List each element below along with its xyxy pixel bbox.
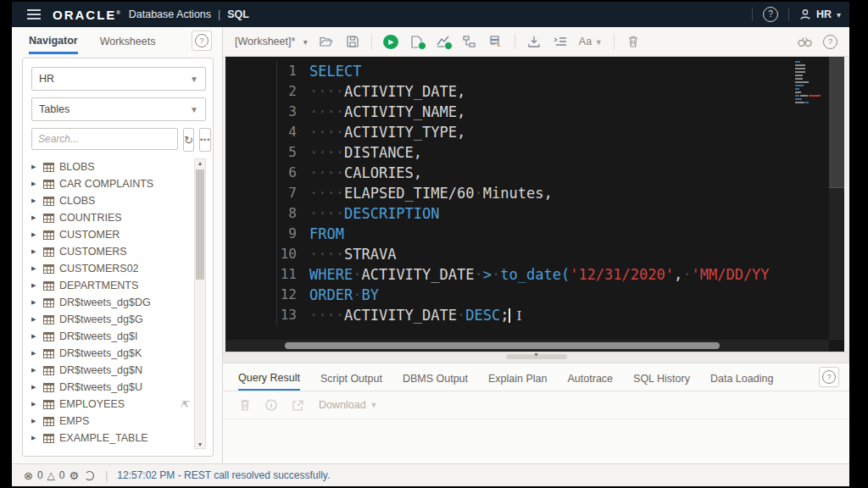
expand-arrow-icon[interactable]: ▶ xyxy=(31,180,38,187)
table-row[interactable]: ▶EMPLOYEES⇱ xyxy=(31,396,192,413)
expand-arrow-icon[interactable]: ▶ xyxy=(31,248,38,255)
tab-dbms-output[interactable]: DBMS Output xyxy=(403,365,468,390)
code-token: ···· xyxy=(309,83,344,100)
sql-editor[interactable]: 1SELECT2····ACTIVITY_DATE,3····ACTIVITY_… xyxy=(225,57,844,352)
tab-script-output[interactable]: Script Output xyxy=(320,365,382,390)
table-row[interactable]: ▶DEPARTMENTS xyxy=(31,277,192,294)
download-button[interactable] xyxy=(526,34,542,49)
scrollbar-thumb[interactable] xyxy=(285,342,720,349)
tab-query-result[interactable]: Query Result xyxy=(238,364,300,391)
expand-arrow-icon[interactable]: ▶ xyxy=(31,350,38,357)
tab-autotrace[interactable]: Autotrace xyxy=(568,365,614,390)
format-button[interactable] xyxy=(553,34,568,49)
scrollbar-thumb[interactable] xyxy=(196,169,204,280)
save-button[interactable] xyxy=(345,34,360,49)
mouse-ibeam-cursor: I xyxy=(516,308,521,324)
code-token: · xyxy=(457,307,465,324)
results-tabs: Query ResultScript OutputDBMS OutputExpl… xyxy=(223,363,849,391)
table-row[interactable]: ▶EMPS xyxy=(31,413,192,430)
table-icon xyxy=(43,298,54,308)
expand-arrow-icon[interactable]: ▶ xyxy=(31,316,38,323)
tab-sql-history[interactable]: SQL History xyxy=(633,365,690,390)
table-row[interactable]: ▶CUSTOMERS xyxy=(31,243,192,260)
tab-explain-plan[interactable]: Explain Plan xyxy=(488,365,548,390)
table-row[interactable]: ▶COUNTRIES xyxy=(31,209,192,226)
tab-worksheets[interactable]: Worksheets xyxy=(100,29,156,53)
expand-arrow-icon[interactable]: ▶ xyxy=(31,282,38,289)
run-script-button[interactable] xyxy=(409,34,425,49)
worksheet-dropdown[interactable]: [Worksheet]* ▾ xyxy=(235,36,308,47)
line-number: 8 xyxy=(276,203,297,224)
expand-arrow-icon[interactable]: ▶ xyxy=(31,164,38,170)
play-icon: ▶ xyxy=(383,35,398,49)
table-icon xyxy=(43,366,54,375)
table-row[interactable]: ▶CAR COMPLAINTS xyxy=(31,175,192,192)
table-row[interactable]: ▶CUSTOMERS02 xyxy=(31,260,192,277)
minimap[interactable] xyxy=(795,61,824,105)
splitter-collapse-icon[interactable]: ▼ xyxy=(533,352,539,358)
scroll-up-icon[interactable]: ▲ xyxy=(195,160,205,166)
open-file-button[interactable] xyxy=(319,34,334,49)
table-row[interactable]: ▶DR$tweets_dg$DG xyxy=(31,294,192,311)
sidebar-help-button[interactable]: ? xyxy=(192,30,212,51)
table-row[interactable]: ▶DR$tweets_dg$U xyxy=(31,379,192,396)
expand-arrow-icon[interactable]: ▶ xyxy=(31,197,38,204)
expand-arrow-icon[interactable]: ▶ xyxy=(31,401,38,408)
download-result-dropdown[interactable]: Download ▼ xyxy=(319,399,378,411)
expand-arrow-icon[interactable]: ▶ xyxy=(31,384,38,391)
code-line: 5····DISTANCE, xyxy=(225,142,827,163)
editor-vertical-scrollbar[interactable] xyxy=(829,57,844,340)
help-icon[interactable]: ? xyxy=(763,7,778,22)
table-row[interactable]: ▶DR$tweets_dg$K xyxy=(31,345,192,362)
data-loading-button[interactable] xyxy=(488,34,504,49)
editor-horizontal-scrollbar[interactable] xyxy=(225,340,829,352)
table-row[interactable]: ▶DR$tweets_dg$I xyxy=(31,328,192,345)
table-row[interactable]: ▶EXAMPLE_TABLE xyxy=(31,430,192,446)
table-row[interactable]: ▶DR$tweets_dg$G xyxy=(31,311,192,328)
search-input[interactable] xyxy=(31,128,178,150)
refresh-button[interactable]: ↻ xyxy=(183,128,194,152)
schema-select[interactable]: HR ▼ xyxy=(31,67,206,91)
expand-arrow-icon[interactable]: ▶ xyxy=(31,367,38,374)
delete-result-button[interactable] xyxy=(240,399,250,411)
panel-splitter[interactable]: ▼ xyxy=(223,352,849,363)
text-case-dropdown[interactable]: Aa ▼ xyxy=(579,36,603,47)
code-line: 2····ACTIVITY_DATE, xyxy=(225,81,827,102)
warnings-icon[interactable]: △ xyxy=(47,469,55,481)
chevron-down-icon[interactable]: ▾ xyxy=(837,10,841,19)
expand-arrow-icon[interactable]: ▶ xyxy=(31,435,38,441)
editor-help-icon[interactable]: ? xyxy=(823,35,837,49)
tab-navigator[interactable]: Navigator xyxy=(29,28,78,54)
expand-arrow-icon[interactable]: ▶ xyxy=(31,418,38,424)
processes-gear-icon[interactable]: ⚙ xyxy=(70,469,80,482)
table-row[interactable]: ▶JOBS xyxy=(31,446,192,449)
run-statement-button[interactable]: ▶ xyxy=(383,34,398,49)
explain-plan-button[interactable] xyxy=(462,34,477,49)
info-button[interactable] xyxy=(265,399,277,411)
list-scrollbar[interactable]: ▲ ▼ xyxy=(194,158,206,449)
errors-icon[interactable]: ⊗ xyxy=(24,469,33,482)
expand-arrow-icon[interactable]: ▶ xyxy=(31,265,38,272)
expand-arrow-icon[interactable]: ▶ xyxy=(31,299,38,306)
find-button[interactable] xyxy=(797,34,812,49)
user-menu[interactable]: HR xyxy=(816,8,832,20)
autotrace-button[interactable] xyxy=(436,34,451,49)
expand-arrow-icon[interactable]: ▶ xyxy=(31,231,38,238)
table-row[interactable]: ▶CLOBS xyxy=(31,192,192,209)
expand-arrow-icon[interactable]: ▶ xyxy=(31,333,38,340)
scrollbar-thumb[interactable] xyxy=(829,57,844,188)
scroll-down-icon[interactable]: ▼ xyxy=(195,441,205,447)
table-row[interactable]: ▶BLOBS xyxy=(31,158,192,175)
open-in-new-button[interactable] xyxy=(292,400,303,411)
more-actions-button[interactable]: ••• xyxy=(199,128,211,152)
table-row[interactable]: ▶DR$tweets_dg$N xyxy=(31,362,192,379)
object-type-select[interactable]: Tables ▼ xyxy=(31,97,206,121)
tab-data-loading[interactable]: Data Loading xyxy=(710,365,773,390)
expand-arrow-icon[interactable]: ▶ xyxy=(31,214,38,221)
results-help-button[interactable]: ? xyxy=(819,367,839,387)
hamburger-menu-icon[interactable] xyxy=(27,9,41,19)
clear-worksheet-button[interactable] xyxy=(626,34,641,49)
table-row[interactable]: ▶CUSTOMER xyxy=(31,226,192,243)
code-token: DESCRIPTION xyxy=(344,205,440,222)
line-number: 11 xyxy=(276,264,297,285)
